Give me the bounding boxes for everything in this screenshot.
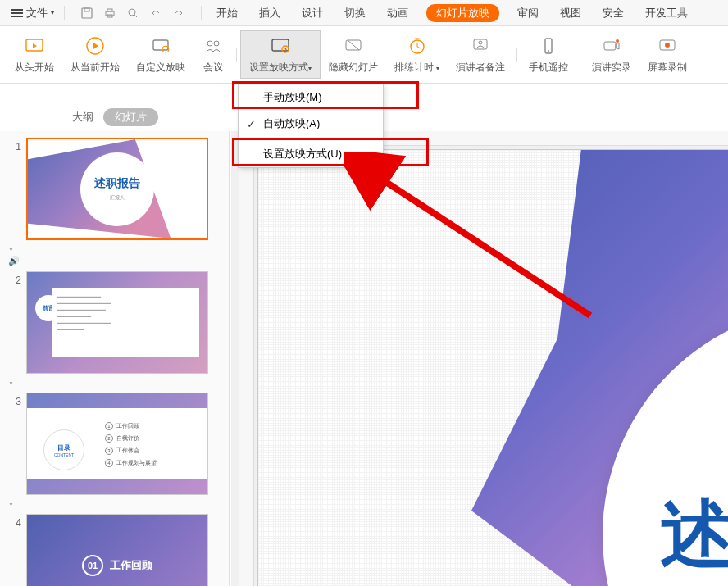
svg-point-28: [665, 43, 670, 48]
tab-developer[interactable]: 开发工具: [642, 4, 691, 22]
undo-icon[interactable]: [148, 6, 163, 20]
ribbon: 从头开始 从当前开始 自定义放映 会议 设置放映方式▾ 隐藏幻灯片 排练计时 ▾…: [0, 26, 728, 84]
toc-sub: CONTENT: [54, 452, 74, 457]
print-icon[interactable]: [102, 6, 117, 20]
label: 从当前开始: [71, 61, 120, 75]
record-presentation-button[interactable]: 演讲实录: [584, 31, 639, 78]
divider: [516, 48, 517, 62]
label: 屏幕录制: [648, 61, 687, 75]
section-number: 01: [82, 555, 103, 576]
slide-number: 4: [5, 514, 21, 529]
meeting-icon: [202, 34, 225, 57]
tab-insert[interactable]: 插入: [256, 4, 284, 22]
label: 演讲实录: [592, 61, 631, 75]
divider: [580, 48, 580, 62]
svg-rect-1: [84, 8, 89, 11]
timer-icon: [406, 34, 429, 57]
slide-number: 3: [5, 393, 21, 407]
svg-rect-9: [153, 40, 168, 50]
redo-icon[interactable]: [171, 6, 186, 20]
label: 手机遥控: [529, 61, 568, 75]
print-preview-icon[interactable]: [125, 6, 140, 20]
presenter-icon: [469, 34, 492, 57]
custom-show-icon: [149, 34, 172, 57]
manual-show-item[interactable]: 手动放映(M): [239, 84, 383, 111]
meeting-button[interactable]: 会议: [193, 31, 233, 78]
tab-slideshow[interactable]: 幻灯片放映: [426, 4, 499, 22]
thumb-row: 4 01 工作回顾: [5, 514, 224, 586]
play-from-start-icon: [23, 34, 46, 57]
play-current-icon: [84, 34, 107, 57]
slide-thumbnail-1[interactable]: 述职报告 汇报人: [26, 138, 208, 240]
tab-design[interactable]: 设计: [298, 4, 326, 22]
outline-tab[interactable]: 大纲: [72, 110, 93, 125]
slide-canvas[interactable]: 述职: [257, 149, 728, 586]
slide-thumbnails-panel: 1 述职报告 汇报人 ⋆ 🔊 2 前言 ━━━━━━━━━━━━━━━━━━━━…: [0, 131, 230, 586]
file-menu[interactable]: 文件 ▾: [7, 6, 59, 20]
tab-animation[interactable]: 动画: [384, 4, 412, 22]
separator: [239, 139, 383, 139]
rehearse-button[interactable]: 排练计时 ▾: [386, 31, 448, 78]
hide-slide-icon: [342, 34, 365, 57]
svg-rect-0: [82, 8, 92, 18]
thumb-row: 3 目录 CONTENT 1工作回顾 2自我评价 3工作体会 4工作规划与展望: [5, 393, 224, 495]
svg-line-6: [134, 15, 137, 17]
sidepanel-tabs: 大纲 幻灯片: [0, 105, 230, 129]
quick-access-toolbar: [76, 6, 189, 20]
toc-label: 目录: [57, 443, 71, 452]
screen-record-button[interactable]: 屏幕录制: [639, 31, 695, 78]
phone-remote-button[interactable]: 手机遥控: [521, 31, 576, 78]
svg-line-19: [417, 47, 421, 48]
menubar: 文件 ▾ 开始 插入 设计 切换 动画 幻灯片放映 审阅 视图 安全 开发工具: [0, 0, 728, 26]
label: 设置放映方式▾: [249, 61, 312, 75]
screen-record-icon: [656, 34, 679, 57]
tab-home[interactable]: 开始: [213, 4, 241, 22]
label: 演讲者备注: [456, 61, 505, 75]
toc-list: 1工作回顾 2自我评价 3工作体会 4工作规划与展望: [105, 418, 157, 471]
tab-view[interactable]: 视图: [557, 4, 585, 22]
body-text-placeholder: ━━━━━━━━━━━━━━━━━━━━━━━━━━━━━━━━━━━━━━━━…: [57, 293, 194, 333]
hamburger-icon: [11, 7, 23, 19]
setup-show-dialog-item[interactable]: 设置放映方式(U): [239, 141, 383, 167]
svg-rect-25: [604, 42, 616, 50]
label: 从头开始: [15, 61, 54, 75]
svg-point-26: [616, 39, 619, 43]
thumb-row: 2 前言 ━━━━━━━━━━━━━━━━━━━━━━━━━━━━━━━━━━━…: [5, 271, 224, 374]
slide-thumbnail-4[interactable]: 01 工作回顾: [26, 514, 208, 586]
tab-review[interactable]: 审阅: [514, 4, 542, 22]
svg-point-24: [548, 50, 549, 52]
transition-icon: ⋆: [8, 498, 14, 508]
custom-show-button[interactable]: 自定义放映: [128, 31, 193, 78]
label: 自定义放映: [136, 61, 185, 75]
vertical-ruler: [239, 146, 254, 586]
camera-icon: [600, 34, 623, 57]
from-current-button[interactable]: 从当前开始: [62, 31, 128, 78]
hide-slide-button[interactable]: 隐藏幻灯片: [321, 31, 386, 78]
tab-security[interactable]: 安全: [599, 4, 627, 22]
from-beginning-button[interactable]: 从头开始: [7, 31, 62, 78]
setup-show-button[interactable]: 设置放映方式▾: [240, 30, 321, 79]
main-title[interactable]: 述职: [660, 485, 728, 585]
slides-tab[interactable]: 幻灯片: [103, 108, 158, 126]
ribbon-tabs: 开始 插入 设计 切换 动画 幻灯片放映 审阅 视图 安全 开发工具: [213, 4, 691, 22]
phone-icon: [537, 34, 560, 57]
svg-line-16: [348, 40, 359, 50]
auto-show-item[interactable]: 自动放映(A): [239, 111, 383, 137]
label: 手动放映(M): [263, 90, 322, 105]
slide-editor-area: 述职: [231, 131, 728, 586]
section-title: 工作回顾: [110, 558, 152, 573]
divider: [236, 48, 237, 62]
label: 排练计时 ▾: [394, 61, 439, 75]
transition-icon: ⋆: [8, 377, 14, 387]
save-icon[interactable]: [80, 6, 94, 20]
divider: [201, 6, 202, 20]
label: 自动放映(A): [263, 116, 320, 131]
svg-point-5: [129, 9, 135, 16]
transition-icon: ⋆: [8, 243, 224, 254]
slide-thumbnail-3[interactable]: 目录 CONTENT 1工作回顾 2自我评价 3工作体会 4工作规划与展望: [26, 393, 208, 495]
svg-point-12: [214, 41, 219, 46]
presenter-notes-button[interactable]: 演讲者备注: [448, 31, 513, 78]
chevron-down-icon: ▾: [51, 9, 54, 16]
slide-thumbnail-2[interactable]: 前言 ━━━━━━━━━━━━━━━━━━━━━━━━━━━━━━━━━━━━━…: [26, 271, 208, 374]
tab-transition[interactable]: 切换: [341, 4, 369, 22]
